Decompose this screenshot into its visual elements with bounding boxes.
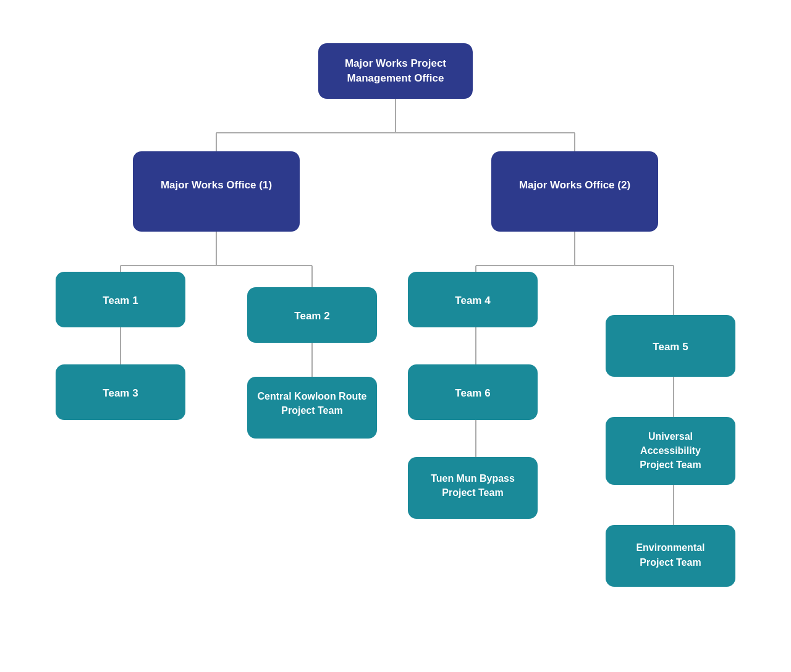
org-chart: Major Works Project Management Office Ma…: [25, 25, 766, 642]
mwo1-label: Major Works Office (1): [161, 179, 272, 191]
team2-label: Team 2: [294, 310, 329, 322]
env-label-1: Environmental: [636, 542, 704, 553]
root-label-line1: Major Works Project: [345, 57, 446, 69]
team4-label: Team 4: [455, 295, 491, 306]
ckr-label-2: Project Team: [281, 405, 342, 416]
root-node: [318, 43, 473, 99]
mwo1-node: [133, 151, 300, 232]
uap-label-2: Accessibility: [640, 445, 701, 456]
tmb-label-1: Tuen Mun Bypass: [431, 473, 515, 484]
uap-label-1: Universal: [648, 431, 693, 442]
team5-label: Team 5: [653, 341, 688, 353]
team1-label: Team 1: [103, 295, 138, 306]
team3-label: Team 3: [103, 387, 138, 399]
uap-label-3: Project Team: [640, 460, 701, 470]
env-label-2: Project Team: [640, 557, 701, 568]
mwo2-label: Major Works Office (2): [519, 179, 630, 191]
ckr-label-1: Central Kowloon Route: [258, 391, 367, 401]
mwo2-node: [491, 151, 658, 232]
tmb-label-2: Project Team: [442, 487, 503, 498]
env-node: [606, 525, 735, 587]
team6-label: Team 6: [455, 387, 490, 399]
root-label-line2: Management Office: [347, 72, 444, 84]
